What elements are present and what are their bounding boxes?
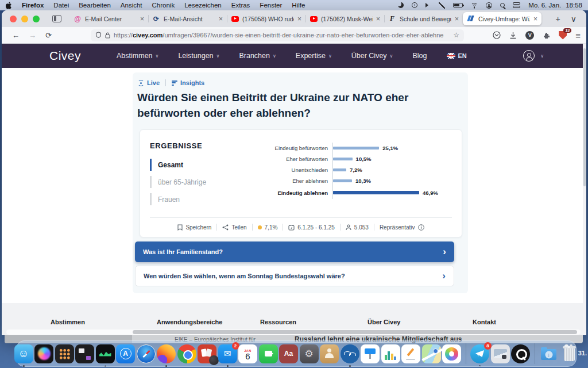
menubar-item-chronik[interactable]: Chronik	[152, 2, 175, 9]
segment-frauen[interactable]: Frauen	[150, 193, 250, 205]
scrollbar-thumb[interactable]	[583, 48, 586, 186]
menubar-item-ansicht[interactable]: Ansicht	[121, 2, 142, 9]
apple-menu-icon[interactable]	[6, 2, 12, 9]
close-tab-icon[interactable]: ×	[376, 15, 380, 23]
dock-system-settings-icon[interactable]: ⚙	[300, 344, 319, 363]
nav-blog[interactable]: Blog	[412, 52, 427, 60]
dock-siri-icon[interactable]	[34, 344, 53, 363]
account-icon[interactable]	[523, 50, 535, 62]
segment-ueber-65[interactable]: über 65-Jährige	[150, 176, 250, 188]
menubar-item-lesezeichen[interactable]: Lesezeichen	[184, 2, 222, 9]
new-tab-button[interactable]: +	[551, 14, 566, 24]
sidebar-toggle-icon[interactable]	[52, 15, 61, 22]
representative-stat[interactable]: Repräsentativ	[380, 224, 424, 231]
dock-cards-game-icon[interactable]	[198, 344, 216, 363]
dock-keynote-icon[interactable]	[361, 344, 380, 363]
footer-col-ueber-civey[interactable]: Über Civey	[368, 319, 400, 325]
tab-email-ansicht[interactable]: ⟳ E-Mail-Ansicht ×	[148, 12, 227, 25]
menubar-item-fenster[interactable]: Fenster	[260, 2, 282, 9]
nav-branchen[interactable]: Branchen∨	[239, 52, 276, 60]
footer-col-ressourcen[interactable]: Ressourcen	[260, 319, 296, 325]
close-tab-icon[interactable]: ×	[140, 15, 144, 23]
tracking-shield-icon[interactable]	[95, 32, 102, 39]
tab-youtube-who[interactable]: (175058) WHO rudert zur ×	[227, 12, 305, 25]
reload-button[interactable]: ⟳	[41, 31, 56, 40]
slashed-status-icon[interactable]	[439, 2, 445, 9]
dock-preview-icon[interactable]	[491, 344, 510, 363]
dock-downloads-folder-icon[interactable]: ↓	[539, 344, 558, 363]
dock-launchpad-icon[interactable]	[55, 344, 74, 363]
dock-calendar-icon[interactable]: JAN6	[238, 344, 257, 363]
close-tab-icon[interactable]: ×	[297, 15, 301, 23]
tab-list-dropdown-icon[interactable]: ∨	[566, 14, 582, 24]
dock-quicktime-icon[interactable]	[511, 344, 530, 363]
segment-gesamt[interactable]: Gesamt	[150, 159, 250, 171]
ublock-origin-icon[interactable]: 13	[559, 31, 567, 40]
spotlight-search-icon[interactable]	[500, 3, 505, 7]
volume-icon[interactable]	[425, 3, 431, 7]
back-button[interactable]: ←	[7, 31, 24, 40]
save-button[interactable]: Speichern	[177, 224, 211, 231]
lock-icon[interactable]	[105, 32, 110, 39]
close-window-button[interactable]	[10, 16, 17, 22]
tab-youtube-musk[interactable]: (175062) Musk-Weidel-Ge ×	[305, 12, 384, 25]
tab-live[interactable]: Live	[137, 79, 160, 86]
clock-status-icon[interactable]	[412, 2, 417, 8]
forward-button[interactable]: →	[24, 31, 41, 40]
language-switch[interactable]: EN	[447, 52, 467, 59]
tab-schule[interactable]: F Schule und Bewegung: Co ×	[384, 12, 463, 25]
dock-safari-icon[interactable]	[137, 344, 156, 363]
footer-col-kontakt[interactable]: Kontakt	[473, 319, 496, 325]
downloads-icon[interactable]	[509, 32, 517, 39]
next-question-button[interactable]: Was ist Ihr Familienstand? ›	[135, 241, 454, 262]
chevron-down-icon[interactable]: ∨	[540, 53, 544, 59]
wifi-icon[interactable]	[471, 3, 478, 8]
dock-mission-control-icon[interactable]	[75, 344, 94, 363]
menubar-clock[interactable]: Mo. 6. Jan. 18:58	[528, 2, 582, 9]
dock-chrome-icon[interactable]	[177, 344, 196, 363]
user-status-icon[interactable]	[486, 2, 492, 9]
menu-hamburger-icon[interactable]: ≡	[575, 30, 581, 40]
url-bar[interactable]: https://civey.com/umfragen/39667/wurden-…	[91, 29, 464, 41]
vertical-scrollbar[interactable]	[583, 44, 586, 335]
dock-finder-icon[interactable]: ☺	[14, 344, 33, 363]
footer-col-anwendungsbereiche[interactable]: Anwendungsbereiche	[157, 319, 222, 325]
horizontal-scrollbar[interactable]	[6, 329, 581, 335]
close-tab-icon[interactable]: ×	[455, 15, 459, 23]
close-tab-icon[interactable]: ×	[533, 15, 537, 23]
menubar-item-datei[interactable]: Datei	[53, 2, 69, 9]
focus-mode-icon[interactable]	[398, 2, 404, 8]
menubar-item-hilfe[interactable]: Hilfe	[292, 2, 305, 9]
dock-app-store-icon[interactable]: A	[116, 344, 135, 363]
dock-mail-icon[interactable]: ✉2	[218, 344, 237, 363]
pocket-icon[interactable]	[493, 31, 501, 39]
dock-telegram-icon[interactable]: 8	[470, 344, 489, 363]
dock-numbers-icon[interactable]	[381, 344, 400, 363]
battery-icon[interactable]	[453, 3, 463, 7]
tab-insights[interactable]: Insights	[172, 79, 204, 86]
sunday-question-button[interactable]: Wen würden Sie wählen, wenn am Sonntag B…	[135, 266, 454, 286]
nav-abstimmen[interactable]: Abstimmen∨	[117, 52, 158, 60]
menubar-app-name[interactable]: Firefox	[22, 2, 44, 9]
nav-leistungen[interactable]: Leistungen∨	[178, 52, 219, 60]
dock-facetime-icon[interactable]	[259, 344, 278, 363]
vimium-extension-icon[interactable]: V	[525, 31, 534, 40]
nav-ueber-civey[interactable]: Über Civey∨	[351, 52, 393, 60]
minimize-window-button[interactable]	[21, 16, 28, 22]
control-center-icon[interactable]	[513, 2, 520, 8]
tab-civey-active[interactable]: Civey-Umfrage: Würden S ×	[463, 12, 541, 25]
dock-dictionary-icon[interactable]: Aa	[279, 344, 298, 363]
dock-contacts-icon[interactable]	[320, 344, 339, 363]
dock-pages-icon[interactable]	[401, 344, 420, 363]
scrollbar-thumb[interactable]	[133, 330, 577, 334]
footer-col-abstimmen[interactable]: Abstimmen	[51, 319, 85, 325]
close-tab-icon[interactable]: ×	[219, 15, 223, 23]
dock-photos-icon[interactable]	[442, 344, 461, 363]
dock-activity-monitor-icon[interactable]	[96, 344, 115, 363]
menubar-item-extras[interactable]: Extras	[231, 2, 250, 9]
dock-firefox-icon[interactable]	[157, 344, 176, 363]
share-button[interactable]: Teilen	[222, 224, 246, 231]
dock-maps-icon[interactable]	[422, 344, 441, 363]
menubar-item-bearbeiten[interactable]: Bearbeiten	[79, 2, 111, 9]
nav-expertise[interactable]: Expertise∨	[296, 52, 332, 60]
